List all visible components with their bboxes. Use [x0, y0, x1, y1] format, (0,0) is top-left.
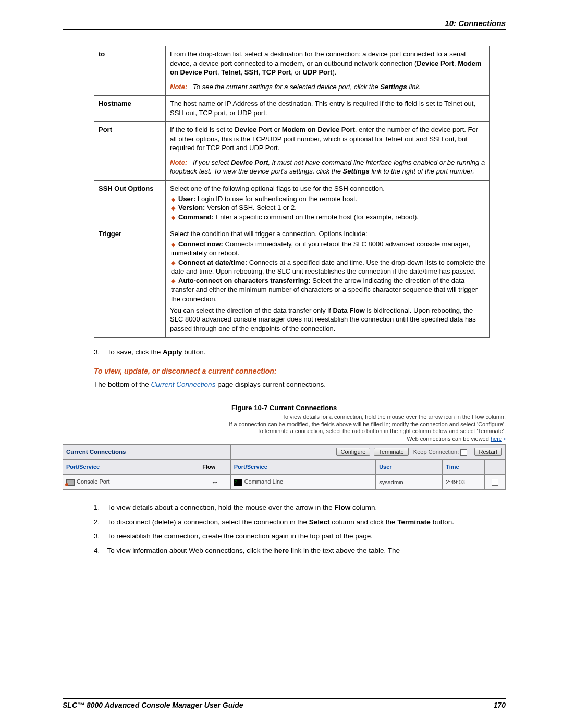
text: Command Line [244, 478, 284, 485]
text: , [241, 68, 244, 76]
footer-title: SLC™ 8000 Advanced Console Manager User … [63, 701, 243, 709]
cell-user: sysadmin [376, 475, 443, 490]
configure-button[interactable]: Configure [336, 448, 371, 456]
text: To view details about a connection, hold… [107, 503, 335, 511]
chapter-title: 10: Connections [63, 19, 506, 29]
bold-here: here [274, 547, 289, 554]
text: The bottom of the [94, 380, 151, 388]
step-after-2: 2. To disconnect (delete) a connection, … [94, 515, 506, 529]
restart-button[interactable]: Restart [474, 448, 502, 456]
port-icon [66, 479, 75, 486]
note-label: Note: [170, 158, 187, 166]
text: To view details for a connection, hold t… [63, 414, 506, 421]
col-select [484, 460, 505, 475]
figure-helptext: To view details for a connection, hold t… [63, 414, 506, 443]
bullet-version: Version: [178, 204, 205, 212]
desc-port: If the to field is set to Device Port or… [166, 122, 490, 181]
terminal-icon [234, 479, 242, 486]
text: To terminate a connection, select the ra… [63, 428, 506, 435]
text: button. [431, 518, 454, 526]
text: , or [291, 68, 302, 76]
note-label: Note: [170, 83, 187, 91]
figure-caption: Figure 10-7 Current Connections [63, 404, 506, 414]
cell-time: 2:49:03 [443, 475, 485, 490]
subsection-heading: To view, update, or disconnect a current… [94, 360, 506, 380]
desc-trigger: Select the condition that will trigger a… [166, 226, 490, 338]
bullet-connect-datetime: Connect at date/time: [178, 258, 247, 266]
bullet-icon: ◆ [171, 195, 178, 203]
text: link in the text above the table. The [289, 547, 400, 554]
intro-text: The bottom of the Current Connections pa… [94, 380, 506, 404]
desc-hostname: The host name or IP Address of the desti… [166, 96, 490, 122]
text: column. [350, 503, 377, 511]
cell-select[interactable] [484, 475, 505, 490]
bold-dp: Device Port [231, 158, 268, 166]
bullet-connect-now: Connect now: [178, 240, 223, 248]
opt-telnet: Telnet [221, 68, 240, 76]
col-time[interactable]: Time [443, 460, 485, 475]
text: field is set to [193, 126, 235, 133]
text: To view information about Web connection… [107, 547, 274, 554]
step-3: 3. To save, click the Apply button. [94, 345, 506, 360]
bullet-icon: ◆ [171, 204, 178, 212]
opt-udp: UDP Port [303, 68, 333, 76]
step-number: 2. [94, 517, 105, 527]
bold-settings: Settings [343, 167, 370, 175]
bullet-icon: ◆ [171, 277, 178, 285]
text: To disconnect (delete) a connection, sel… [107, 518, 309, 526]
here-link[interactable]: here [491, 436, 502, 442]
bullet-icon: ◆ [171, 214, 178, 221]
bold-dataflow: Data Flow [333, 306, 364, 314]
page-number: 170 [494, 701, 506, 709]
text: or [272, 126, 282, 133]
current-connections-table: Current Connections Configure Terminate … [63, 444, 506, 490]
keep-connection-checkbox[interactable] [460, 449, 467, 456]
step-number: 1. [94, 502, 105, 513]
bidirectional-arrow-icon: ↔ [211, 478, 218, 486]
bold-to: to [187, 126, 193, 133]
col-port-service-2[interactable]: Port/Service [230, 460, 376, 475]
col-flow: Flow [199, 460, 230, 475]
terminate-button[interactable]: Terminate [374, 448, 408, 456]
row-select-checkbox[interactable] [492, 479, 498, 486]
note-text: link. [407, 83, 421, 91]
term-to: to [94, 46, 166, 96]
step-after-1: 1. To view details about a connection, h… [94, 500, 506, 515]
text: To save, click the [107, 348, 163, 356]
term-hostname: Hostname [94, 96, 166, 122]
opt-device-port: Device Port [417, 59, 454, 67]
table-row: Console Port ↔ Command Line sysadmin 2:4… [63, 475, 506, 490]
text: Version of SSH. Select 1 or 2. [205, 204, 297, 212]
current-connections-link[interactable]: Current Connections [151, 380, 216, 388]
step-number: 3. [94, 531, 105, 541]
cell-port-service-2: Command Line [230, 475, 376, 490]
term-sshout: SSH Out Options [94, 181, 166, 226]
text: Console Port [77, 478, 110, 485]
step-number: 3. [94, 347, 105, 357]
step-after-4: 4. To view information about Web connect… [94, 544, 506, 558]
text: You can select the direction of the data… [170, 306, 333, 314]
bullet-icon: ◆ [171, 241, 178, 249]
lead-text: Select the condition that will trigger a… [170, 229, 485, 239]
note-text: To see the current settings for a select… [193, 83, 380, 91]
bold-dp: Device Port [235, 126, 272, 133]
text: The host name or IP Address of the desti… [170, 100, 397, 107]
step-after-3: 3. To reestablish the connection, create… [94, 529, 506, 544]
col-port-service-1[interactable]: Port/Service [63, 460, 199, 475]
text: ). [332, 68, 336, 76]
bold-select: Select [309, 518, 330, 526]
desc-to: From the drop-down list, select a destin… [166, 46, 490, 96]
footer-rule [63, 698, 506, 699]
bullet-user: User: [178, 195, 195, 203]
col-user[interactable]: User [376, 460, 443, 475]
cell-flow[interactable]: ↔ [199, 475, 230, 490]
text: page displays current connections. [215, 380, 326, 388]
text: Enter a specific command on the remote h… [214, 213, 419, 221]
text: If the [170, 126, 187, 133]
text: button. [182, 348, 206, 356]
bullet-command: Command: [178, 213, 214, 221]
page-footer: SLC™ 8000 Advanced Console Manager User … [63, 698, 506, 709]
step-number: 4. [94, 546, 105, 556]
bullet-auto-connect: Auto-connect on characters transferring: [178, 277, 311, 285]
text: column and click the [330, 518, 398, 526]
